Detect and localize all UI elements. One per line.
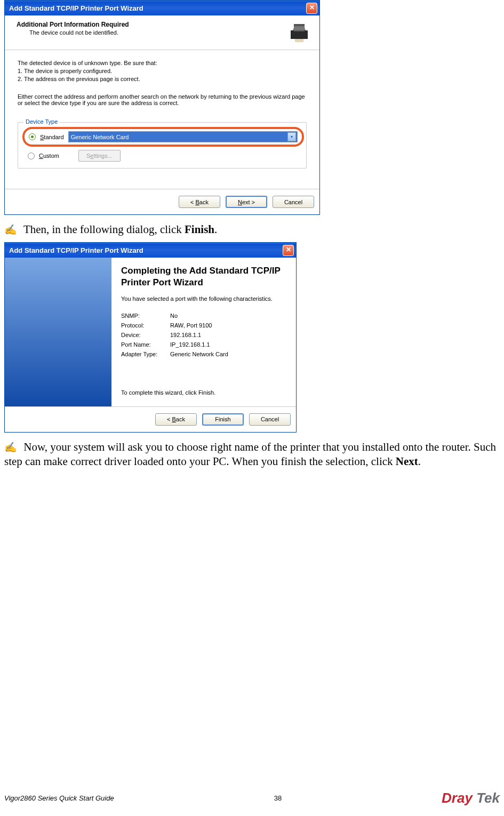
chevron-down-icon[interactable]: ▾ bbox=[287, 132, 296, 141]
kv-val: Generic Network Card bbox=[170, 351, 228, 357]
end-text: To complete this wizard, click Finish. bbox=[121, 389, 286, 396]
radio-standard[interactable] bbox=[29, 133, 36, 140]
close-icon[interactable]: ✕ bbox=[283, 245, 294, 256]
window-title: Add Standard TCP/IP Printer Port Wizard bbox=[7, 246, 283, 254]
instruction-text: . bbox=[214, 223, 217, 236]
kv-key: Protocol: bbox=[121, 322, 170, 329]
wizard-side-banner bbox=[5, 258, 111, 406]
content-text: 1. The device is properly configured. bbox=[18, 68, 307, 74]
kv-key: SNMP: bbox=[121, 313, 170, 319]
kv-val: No bbox=[170, 313, 178, 319]
instruction-text: Then, in the following dialog, click bbox=[23, 223, 185, 236]
kv-val: IP_192.168.1.1 bbox=[170, 341, 210, 348]
completing-heading: Completing the Add Standard TCP/IP Print… bbox=[121, 265, 286, 288]
kv-row: Device:192.168.1.1 bbox=[121, 332, 286, 338]
finish-button[interactable]: Finish bbox=[202, 413, 244, 426]
select-value: Generic Network Card bbox=[71, 134, 129, 140]
next-button[interactable]: Next > bbox=[226, 196, 267, 208]
window-title: Add Standard TCP/IP Printer Port Wizard bbox=[7, 4, 306, 12]
svg-rect-2 bbox=[295, 39, 303, 42]
instruction-step-9: ✍ Now, your system will ask you to choos… bbox=[4, 440, 500, 469]
kv-row: SNMP:No bbox=[121, 313, 286, 319]
kv-key: Device: bbox=[121, 332, 170, 338]
step-number-icon: ✍ bbox=[4, 223, 15, 237]
header-text: Additional Port Information Required The… bbox=[17, 21, 287, 36]
content-text: 2. The address on the previous page is c… bbox=[18, 76, 307, 82]
instruction-step-8: ✍ Then, in the following dialog, click F… bbox=[4, 222, 500, 237]
kv-key: Adapter Type: bbox=[121, 351, 170, 357]
wizard-window-1: Add Standard TCP/IP Printer Port Wizard … bbox=[4, 0, 320, 215]
wizard-body: Completing the Add Standard TCP/IP Print… bbox=[5, 258, 296, 406]
radio-custom[interactable] bbox=[28, 153, 35, 159]
header-title: Additional Port Information Required bbox=[17, 21, 287, 28]
cancel-button[interactable]: Cancel bbox=[249, 413, 291, 426]
kv-row: Port Name:IP_192.168.1.1 bbox=[121, 341, 286, 348]
wizard-content: The detected device is of unknown type. … bbox=[5, 50, 319, 189]
kv-val: 192.168.1.1 bbox=[170, 332, 201, 338]
lead-text: You have selected a port with the follow… bbox=[121, 295, 286, 302]
button-bar: < Back Finish Cancel bbox=[5, 406, 296, 432]
close-icon[interactable]: ✕ bbox=[306, 3, 317, 14]
properties-list: SNMP:No Protocol:RAW, Port 9100 Device:1… bbox=[121, 313, 286, 357]
titlebar[interactable]: Add Standard TCP/IP Printer Port Wizard … bbox=[5, 1, 319, 15]
button-bar: < Back Next > Cancel bbox=[5, 189, 319, 214]
content-text: The detected device is of unknown type. … bbox=[18, 60, 307, 66]
instruction-bold: Next bbox=[396, 455, 418, 468]
step-number-icon: ✍ bbox=[4, 441, 15, 454]
svg-rect-0 bbox=[291, 30, 308, 39]
wizard-content: Completing the Add Standard TCP/IP Print… bbox=[111, 258, 296, 406]
highlight-ring: Standard Generic Network Card ▾ bbox=[22, 127, 304, 147]
kv-row: Protocol:RAW, Port 9100 bbox=[121, 322, 286, 329]
instruction-text: Now, your system will ask you to choose … bbox=[4, 441, 496, 468]
radio-custom-label: Custom bbox=[39, 153, 59, 159]
instruction-bold: Finish bbox=[185, 223, 214, 236]
device-type-groupbox: Device Type Standard Generic Network Car… bbox=[18, 122, 307, 169]
custom-row: Custom Settings... bbox=[26, 150, 301, 162]
back-button[interactable]: < Back bbox=[179, 196, 220, 208]
radio-standard-label: Standard bbox=[40, 134, 64, 140]
wizard-header: Additional Port Information Required The… bbox=[5, 15, 319, 50]
wizard-window-2: Add Standard TCP/IP Printer Port Wizard … bbox=[4, 242, 297, 433]
titlebar[interactable]: Add Standard TCP/IP Printer Port Wizard … bbox=[5, 243, 296, 258]
header-subtitle: The device could not be identified. bbox=[29, 29, 287, 36]
kv-row: Adapter Type:Generic Network Card bbox=[121, 351, 286, 357]
printer-port-icon bbox=[287, 21, 311, 44]
back-button[interactable]: < Back bbox=[155, 413, 197, 426]
device-type-select[interactable]: Generic Network Card ▾ bbox=[68, 131, 298, 142]
instruction-text: . bbox=[418, 455, 421, 468]
kv-key: Port Name: bbox=[121, 341, 170, 348]
settings-button: Settings... bbox=[78, 150, 121, 162]
svg-marker-3 bbox=[293, 26, 306, 30]
content-text: Either correct the address and perform a… bbox=[18, 93, 307, 106]
groupbox-legend: Device Type bbox=[23, 118, 60, 125]
cancel-button[interactable]: Cancel bbox=[273, 196, 314, 208]
kv-val: RAW, Port 9100 bbox=[170, 322, 212, 329]
